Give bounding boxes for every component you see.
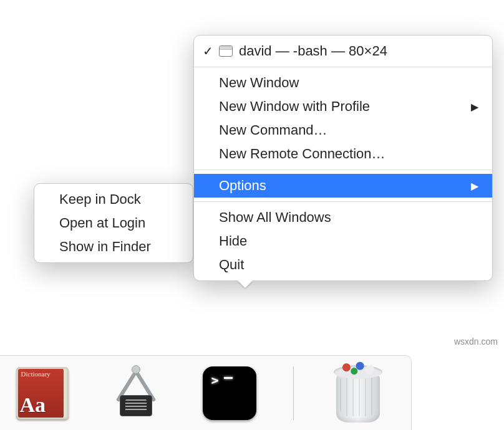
menu-separator <box>194 170 492 170</box>
menu-item-hide[interactable]: Hide <box>194 229 492 253</box>
menu-item-label: david — -bash — 80×24 <box>239 43 387 59</box>
menu-item-label: Show All Windows <box>219 209 331 226</box>
dock-options-submenu: Keep in Dock Open at Login Show in Finde… <box>34 183 193 263</box>
menu-item-label: Options <box>219 178 266 194</box>
menu-item-new-window[interactable]: New Window <box>194 71 492 95</box>
menu-item-show-all-windows[interactable]: Show All Windows <box>194 206 492 229</box>
watermark-text: wsxdn.com <box>454 337 498 346</box>
menu-item-label: New Window <box>219 75 299 91</box>
menu-item-new-command[interactable]: New Command… <box>194 118 492 142</box>
menu-item-options[interactable]: Options ▶ <box>194 174 492 198</box>
menu-pointer-icon <box>238 280 253 288</box>
trash-full-icon <box>334 364 382 423</box>
chevron-right-icon: ▶ <box>471 101 478 113</box>
menu-separator <box>194 201 492 202</box>
dock-app-atelier[interactable] <box>106 363 165 423</box>
dock-app-dictionary[interactable] <box>12 363 72 423</box>
dictionary-icon <box>16 367 69 419</box>
menu-item-new-remote-connection[interactable]: New Remote Connection… <box>194 142 492 166</box>
menu-item-label: New Remote Connection… <box>219 146 385 162</box>
menu-item-open-at-login[interactable]: Open at Login <box>34 211 193 235</box>
menu-item-quit[interactable]: Quit <box>194 253 492 277</box>
menu-item-label: New Command… <box>219 122 327 138</box>
menu-item-current-window[interactable]: david — -bash — 80×24 <box>194 39 492 63</box>
menu-item-label: New Window with Profile <box>219 98 370 115</box>
window-icon <box>219 45 233 57</box>
menu-item-label: Hide <box>219 233 247 249</box>
dock-trash[interactable] <box>328 363 387 423</box>
menu-item-show-in-finder[interactable]: Show in Finder <box>34 235 193 259</box>
dock <box>0 355 412 430</box>
menu-item-label: Show in Finder <box>59 239 151 255</box>
dock-context-menu: david — -bash — 80×24 New Window New Win… <box>193 35 493 281</box>
dock-separator <box>293 366 294 420</box>
menu-item-keep-in-dock[interactable]: Keep in Dock <box>34 188 193 211</box>
dock-app-terminal[interactable] <box>200 363 259 423</box>
terminal-icon <box>203 366 256 420</box>
menu-item-label: Open at Login <box>59 215 145 231</box>
compass-chip-icon <box>108 365 164 421</box>
menu-item-label: Quit <box>219 257 244 273</box>
chevron-right-icon: ▶ <box>471 180 478 192</box>
menu-item-label: Keep in Dock <box>59 191 141 208</box>
menu-separator <box>194 67 492 67</box>
menu-item-new-window-profile[interactable]: New Window with Profile ▶ <box>194 95 492 118</box>
